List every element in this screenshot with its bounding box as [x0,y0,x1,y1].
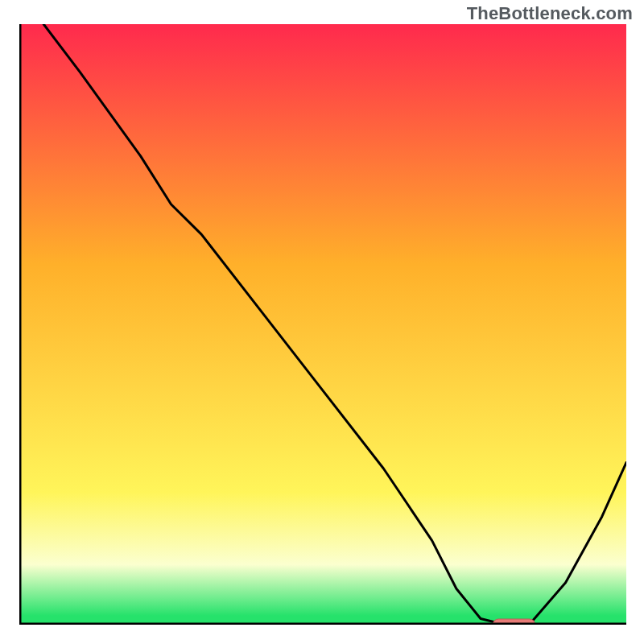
watermark-text: TheBottleneck.com [467,3,633,24]
chart-plot [19,24,626,625]
chart-svg [19,24,626,625]
